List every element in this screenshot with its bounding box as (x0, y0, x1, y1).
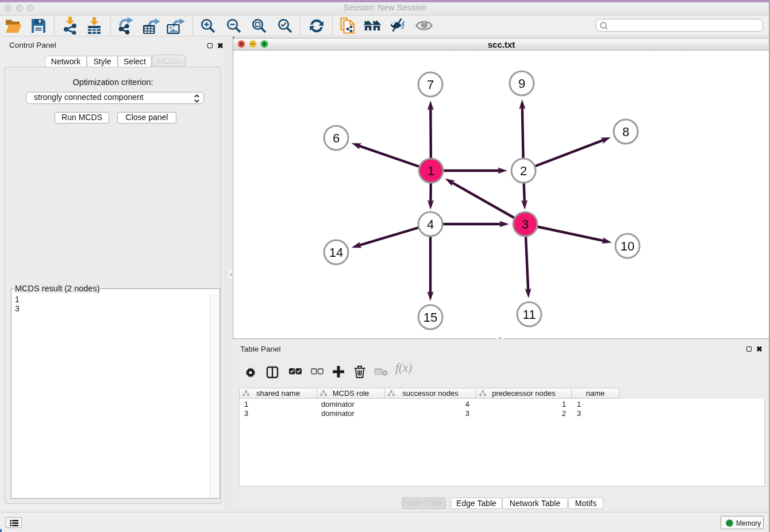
svg-text:3: 3 (522, 217, 529, 232)
svg-text:15: 15 (424, 310, 437, 325)
svg-text:4: 4 (427, 217, 434, 232)
svg-text:2: 2 (520, 164, 527, 178)
svg-text:6: 6 (333, 131, 340, 145)
svg-text:1: 1 (428, 164, 434, 178)
svg-text:11: 11 (523, 307, 536, 322)
svg-text:14: 14 (329, 245, 343, 260)
svg-text:8: 8 (622, 125, 629, 139)
svg-text:9: 9 (518, 76, 525, 91)
svg-text:7: 7 (427, 78, 434, 92)
svg-text:10: 10 (621, 239, 634, 253)
